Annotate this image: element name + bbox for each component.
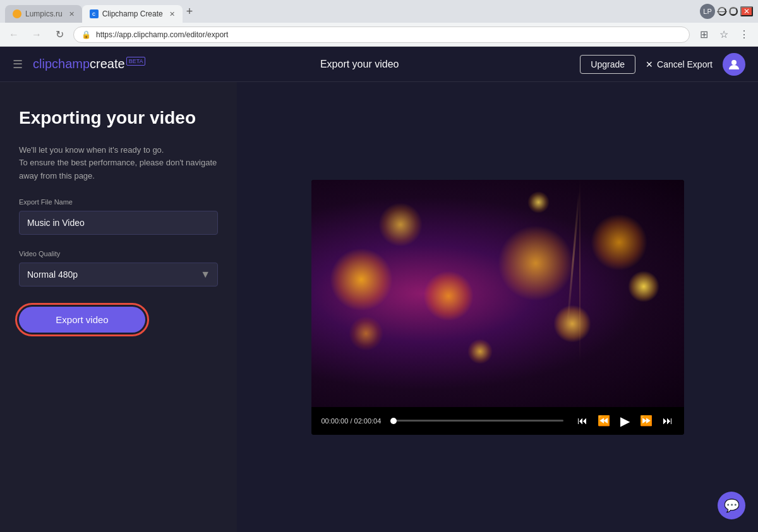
chat-icon: 💬 bbox=[724, 498, 740, 513]
right-panel: 00:00:00 / 02:00:04 ⏮ ⏪ ▶ ⏩ ⏭ bbox=[237, 82, 758, 532]
video-controls: 00:00:00 / 02:00:04 ⏮ ⏪ ▶ ⏩ ⏭ bbox=[311, 407, 684, 435]
play-button[interactable]: ▶ bbox=[619, 412, 631, 430]
window-close-button[interactable]: ✕ bbox=[740, 6, 753, 16]
video-preview bbox=[311, 180, 684, 407]
window-controls: LP — ☐ ✕ bbox=[700, 4, 753, 19]
export-file-name-section: Export File Name bbox=[19, 198, 218, 235]
tab-close-lumpics[interactable]: ✕ bbox=[69, 10, 75, 18]
time-display: 00:00:00 / 02:00:04 bbox=[322, 417, 382, 425]
logo-create-text: create bbox=[90, 57, 125, 71]
progress-dot bbox=[390, 418, 397, 424]
refresh-button[interactable]: ↻ bbox=[51, 26, 68, 44]
tab-label-lumpics: Lumpics.ru bbox=[25, 9, 63, 18]
browser-toolbar: ← → ↻ 🔒 https://app.clipchamp.com/editor… bbox=[0, 23, 758, 47]
video-player: 00:00:00 / 02:00:04 ⏮ ⏪ ▶ ⏩ ⏭ bbox=[311, 180, 684, 435]
url-text: https://app.clipchamp.com/editor/export bbox=[96, 30, 682, 39]
tab-label-clipchamp: Clipchamp Create bbox=[102, 9, 163, 18]
app-header: ☰ clipchampcreateBETA Export your video … bbox=[0, 47, 758, 82]
lock-icon: 🔒 bbox=[81, 30, 91, 39]
video-quality-label: Video Quality bbox=[19, 250, 218, 257]
cancel-export-label: Cancel Export bbox=[657, 59, 713, 69]
skip-back-button[interactable]: ⏮ bbox=[576, 414, 589, 428]
export-title: Export your video bbox=[320, 59, 399, 70]
logo-clip: clipchamp bbox=[33, 57, 90, 71]
cancel-export-button[interactable]: ✕ Cancel Export bbox=[646, 59, 713, 69]
tab-favicon-lumpics bbox=[13, 9, 21, 18]
user-initials: LP bbox=[700, 4, 715, 19]
skip-forward-button[interactable]: ⏭ bbox=[661, 414, 674, 428]
app-logo: clipchampcreateBETA bbox=[33, 57, 145, 71]
app-main: Exporting your video We'll let you know … bbox=[0, 82, 758, 532]
app-header-center: Export your video bbox=[139, 59, 580, 70]
left-panel: Exporting your video We'll let you know … bbox=[0, 82, 237, 532]
browser-titlebar: Lumpics.ru ✕ C Clipchamp Create ✕ + LP —… bbox=[0, 0, 758, 23]
export-file-name-label: Export File Name bbox=[19, 198, 218, 206]
app-header-right: Upgrade ✕ Cancel Export bbox=[580, 53, 745, 76]
export-description: We'll let you know when it's ready to go… bbox=[19, 144, 218, 183]
window-maximize-button[interactable]: ☐ bbox=[729, 7, 738, 16]
progress-bar[interactable] bbox=[394, 420, 563, 422]
tab-lumpics[interactable]: Lumpics.ru ✕ bbox=[5, 5, 82, 23]
video-quality-section: Video Quality Normal 480p High 720p Ultr… bbox=[19, 250, 218, 287]
translate-button[interactable]: ⊞ bbox=[695, 26, 713, 44]
new-tab-button[interactable]: + bbox=[183, 5, 197, 18]
app-container: ☰ clipchampcreateBETA Export your video … bbox=[0, 47, 758, 532]
toolbar-actions: ⊞ ☆ ⋮ bbox=[695, 26, 753, 44]
user-avatar[interactable] bbox=[723, 53, 745, 76]
tab-favicon-clipchamp: C bbox=[90, 9, 99, 18]
tab-clipchamp[interactable]: C Clipchamp Create ✕ bbox=[82, 5, 183, 23]
browser-chrome: Lumpics.ru ✕ C Clipchamp Create ✕ + LP —… bbox=[0, 0, 758, 47]
browser-tabs: Lumpics.ru ✕ C Clipchamp Create ✕ + bbox=[5, 0, 196, 23]
export-file-name-input[interactable] bbox=[19, 211, 218, 235]
app-logo-area: ☰ clipchampcreateBETA bbox=[13, 57, 139, 71]
export-heading: Exporting your video bbox=[19, 107, 218, 129]
video-quality-select[interactable]: Normal 480p High 720p Ultra 1080p bbox=[19, 263, 218, 287]
svg-point-2 bbox=[731, 60, 737, 65]
fast-forward-button[interactable]: ⏩ bbox=[639, 413, 654, 428]
back-button[interactable]: ← bbox=[5, 26, 23, 44]
hamburger-icon[interactable]: ☰ bbox=[13, 57, 23, 71]
menu-button[interactable]: ⋮ bbox=[735, 26, 753, 44]
tab-close-clipchamp[interactable]: ✕ bbox=[169, 10, 175, 18]
bookmark-button[interactable]: ☆ bbox=[715, 26, 733, 44]
export-video-button[interactable]: Export video bbox=[19, 307, 145, 333]
forward-button[interactable]: → bbox=[28, 26, 45, 44]
video-quality-select-wrapper: Normal 480p High 720p Ultra 1080p ▼ bbox=[19, 263, 218, 287]
address-bar[interactable]: 🔒 https://app.clipchamp.com/editor/expor… bbox=[73, 27, 690, 43]
rewind-button[interactable]: ⏪ bbox=[596, 413, 611, 428]
upgrade-button[interactable]: Upgrade bbox=[580, 55, 635, 74]
cancel-x-icon: ✕ bbox=[646, 59, 653, 69]
bokeh-container bbox=[311, 180, 684, 407]
svg-text:C: C bbox=[92, 12, 95, 16]
chat-bubble[interactable]: 💬 bbox=[718, 492, 745, 519]
window-minimize-button[interactable]: — bbox=[718, 7, 726, 16]
